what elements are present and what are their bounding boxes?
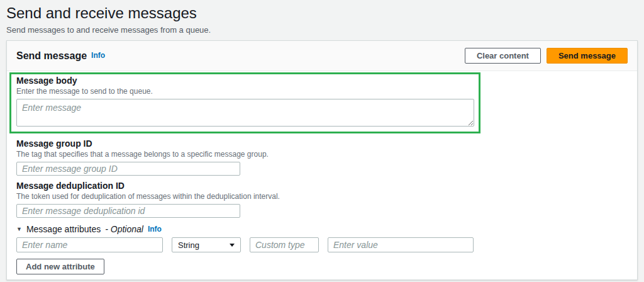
message-deduplication-id-label: Message deduplication ID [16, 181, 628, 191]
attribute-type-select[interactable]: String [172, 237, 241, 252]
message-attributes-info-link[interactable]: Info [148, 224, 162, 234]
triangle-down-icon: ▼ [16, 224, 22, 234]
message-group-id-label: Message group ID [16, 138, 628, 149]
page: Send and receive messages Send messages … [0, 0, 644, 282]
message-attributes-optional-label: - Optional [105, 224, 143, 234]
panel-header: Send messageInfo Clear content Send mess… [7, 41, 637, 71]
message-body-description: Enter the message to send to the queue. [16, 87, 474, 96]
message-body-highlight-box: Message body Enter the message to send t… [9, 72, 480, 133]
message-deduplication-id-section: Message deduplication ID The token used … [16, 181, 628, 218]
page-header: Send and receive messages Send messages … [0, 0, 644, 40]
panel-actions: Clear content Send message [465, 48, 628, 64]
panel-title: Send message [16, 50, 87, 61]
panel-info-link[interactable]: Info [91, 51, 105, 60]
panel-title-group: Send messageInfo [16, 50, 105, 62]
add-new-attribute-button[interactable]: Add new attribute [16, 259, 104, 274]
message-group-id-section: Message group ID The tag that specifies … [16, 138, 628, 176]
attribute-row: String [16, 237, 628, 252]
message-group-id-input[interactable] [16, 162, 240, 176]
clear-content-button[interactable]: Clear content [465, 48, 541, 64]
message-group-id-description: The tag that specifies that a message be… [16, 150, 628, 159]
message-attributes-title: Message attributes [26, 224, 101, 234]
chevron-down-icon [230, 244, 235, 247]
attribute-value-input[interactable] [328, 237, 474, 252]
page-subtitle: Send messages to and receive messages fr… [6, 25, 638, 35]
message-deduplication-id-input[interactable] [16, 204, 240, 218]
attribute-type-selected-value: String [178, 240, 199, 250]
attribute-custom-type-input[interactable] [250, 237, 319, 252]
send-message-panel: Send messageInfo Clear content Send mess… [6, 40, 638, 280]
message-body-input[interactable] [16, 99, 474, 127]
attribute-name-input[interactable] [16, 237, 163, 252]
page-title: Send and receive messages [6, 4, 638, 23]
message-attributes-expander[interactable]: ▼ Message attributes - Optional Info [16, 224, 628, 234]
message-body-label: Message body [16, 76, 474, 86]
panel-body: Message body Enter the message to send t… [7, 71, 637, 279]
message-deduplication-id-description: The token used for deduplication of mess… [16, 192, 628, 201]
send-message-button[interactable]: Send message [547, 48, 628, 64]
